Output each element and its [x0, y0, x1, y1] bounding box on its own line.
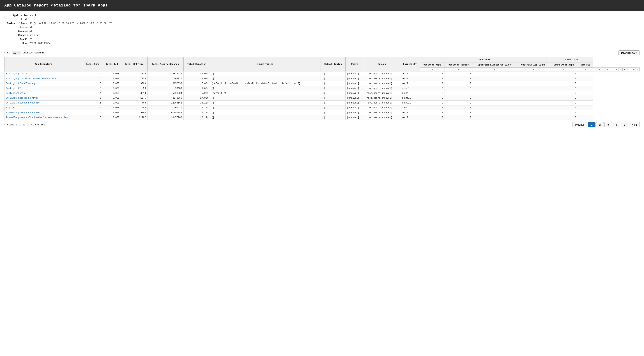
table-cell: 0 [550, 110, 578, 115]
table-cell: 3 [83, 81, 103, 86]
table-cell: 6 [83, 76, 103, 81]
meta-value: All [30, 25, 34, 29]
table-cell: [root.users.unravel] [364, 81, 400, 86]
sort-input-tables[interactable]: ⇅ [593, 68, 597, 71]
table-cell: 6 [83, 115, 103, 120]
sort-upstream-tables[interactable]: ⇅ [618, 68, 622, 71]
table-cell: 1676 [121, 96, 147, 100]
table-cell: 3008 [121, 81, 147, 86]
prev-button[interactable]: Previous [572, 122, 588, 127]
table-cell: [] [210, 86, 321, 91]
table-cell[interactable]: PayrollApp-memoryOverhead [4, 110, 83, 115]
table-cell: 0.00B [102, 91, 121, 96]
table-cell[interactable]: ConfigHintEventTestApp [4, 81, 83, 86]
table-cell[interactable]: GC-limit-exceeded-driver [4, 96, 83, 100]
table-cell[interactable]: BillingAppLowCPU [4, 71, 83, 76]
table-cell: [] [321, 91, 346, 96]
meta-value: spark [30, 14, 36, 22]
table-cell [517, 71, 550, 76]
table-cell: x-small [400, 100, 420, 105]
page-btn-4[interactable]: 4 [612, 122, 620, 127]
table-cell: 27.82m [184, 96, 210, 100]
table-cell [472, 100, 517, 105]
meta-row: Run:20220128T105334 [4, 41, 640, 45]
table-cell[interactable]: ContainerShrink [4, 91, 83, 96]
sort-upstream-sig[interactable]: ⇅ [622, 68, 627, 71]
table-cell[interactable]: ConfigHintTest [4, 86, 83, 91]
table-cell: 0 [550, 105, 578, 110]
meta-value: 20220128T105334 [30, 41, 50, 45]
table-cell: [root.users.unravel] [364, 96, 400, 100]
table-cell: [unravel] [346, 76, 364, 81]
table-cell: [] [321, 81, 346, 86]
table-cell [517, 105, 550, 110]
sort-queues[interactable]: ⇅ [606, 68, 610, 71]
table-cell: 254 [121, 105, 147, 110]
col-downstream-tab: Dow Tab [578, 62, 593, 68]
sort-output-tables[interactable]: ⇅ [597, 68, 602, 71]
table-cell: 61790043 [147, 110, 184, 115]
entries-select[interactable]: 102550100 [12, 51, 21, 55]
table-cell: 0 [420, 71, 444, 76]
col-upstream-app-links: Upstream App Links [517, 62, 550, 68]
table-cell: 0 [420, 81, 444, 86]
table-row: ConfigHintEventTestApp30.00B300861523581… [4, 81, 640, 86]
table-cell[interactable]: BillingAppLowCPU-after-recommendation [4, 76, 83, 81]
table-cell: small [400, 71, 420, 76]
page-btn-2[interactable]: 2 [596, 122, 604, 127]
table-cell: [unravel] [346, 81, 364, 86]
sort-app-sig[interactable]: ⇅ [420, 68, 444, 71]
page-btn-3[interactable]: 3 [604, 122, 612, 127]
table-cell: [root.users.unravel] [364, 100, 400, 105]
table-cell [472, 71, 517, 76]
table-cell: [] [321, 105, 346, 110]
table-cell: 0 [550, 115, 578, 120]
meta-label: Users: [4, 25, 30, 29]
table-cell: 12054552 [147, 100, 184, 105]
table-cell: 6 [83, 71, 103, 76]
table-cell: 0 [550, 91, 578, 96]
table-cell: [] [210, 115, 321, 120]
table-cell[interactable]: High-GC [4, 105, 83, 110]
sort-total-io[interactable]: ⇅ [472, 68, 517, 71]
table-cell [578, 110, 593, 115]
sort-total-duration[interactable]: ⇅ [578, 68, 593, 71]
col-app-signature: App Signature [4, 57, 83, 71]
search-input[interactable] [46, 51, 132, 55]
sort-complexity[interactable]: ⇅ [610, 68, 614, 71]
table-cell [578, 81, 593, 86]
sort-cpu-time[interactable]: ⇅ [517, 68, 550, 71]
sort-downstream-tab[interactable]: ⇅ [636, 68, 640, 71]
table-cell: 0 [420, 91, 444, 96]
meta-label: Number of Days: [4, 22, 30, 25]
table-cell: 5661084 [147, 91, 184, 96]
table-cell: 2578259 [147, 96, 184, 100]
sort-upstream-app-links[interactable]: ⇅ [627, 68, 631, 71]
table-cell: [] [210, 105, 321, 110]
page-btn-1[interactable]: 1 [588, 122, 596, 127]
table-cell: [unravel] [346, 110, 364, 115]
sort-upstream-apps[interactable]: ⇅ [614, 68, 618, 71]
table-cell[interactable]: GC-limit-exceeded-executor [4, 100, 83, 105]
sort-total-runs[interactable]: ⇅ [444, 68, 472, 71]
next-button[interactable]: Next [629, 122, 640, 127]
page-btn-5[interactable]: 5 [621, 122, 628, 127]
table-cell: 4 [83, 91, 103, 96]
table-cell: 0 [420, 86, 444, 91]
table-cell [578, 100, 593, 105]
sort-downstream-apps[interactable]: ⇅ [631, 68, 636, 71]
table-cell: [root.users.unravel] [364, 105, 400, 110]
download-csv-button[interactable]: Download CSV [618, 50, 640, 55]
table-row: ConfigHintTest50.00B56901891.07m[][][unr… [4, 86, 640, 91]
sort-users[interactable]: ⇅ [602, 68, 606, 71]
table-cell: 0.00B [102, 110, 121, 115]
table-cell: 5 [83, 100, 103, 105]
sort-memory-seconds[interactable]: ⇅ [550, 68, 578, 71]
table-cell [517, 110, 550, 115]
col-upstream-apps: Upstream Apps [420, 62, 444, 68]
table-cell[interactable]: PayrollApp-memoryOverhead-after-recommen… [4, 115, 83, 120]
table-cell: [] [321, 76, 346, 81]
table-cell: 8016 [121, 71, 147, 76]
col-downstream: Downstream [550, 57, 593, 62]
meta-value: catalog [30, 33, 39, 37]
